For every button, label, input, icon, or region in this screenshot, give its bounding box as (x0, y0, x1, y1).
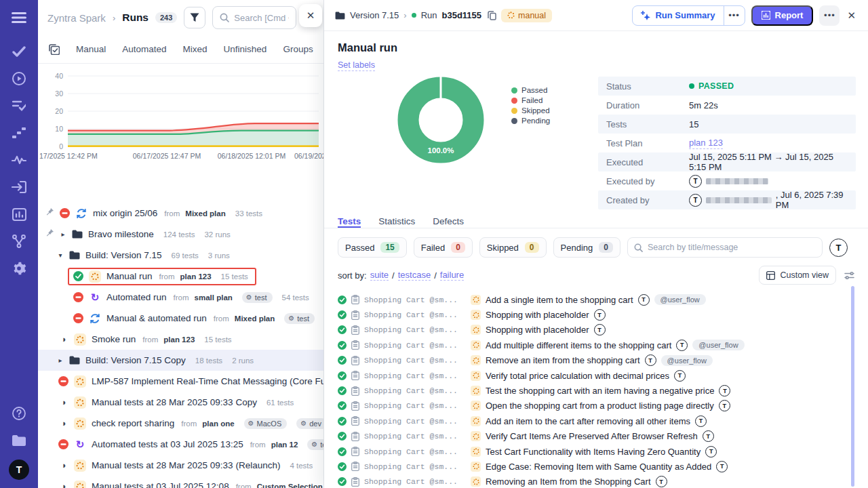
select-all-icon[interactable] (49, 44, 60, 55)
sort-testcase-link[interactable]: testcase (398, 270, 431, 281)
test-title[interactable]: Test the shopping cart with an item havi… (486, 386, 714, 396)
gear-icon[interactable] (11, 260, 27, 277)
run-plan[interactable]: Mixed plan (235, 314, 275, 323)
run-row-manual-tests-copy[interactable]: ◑ Manual tests at 28 Mar 2025 09:33 Copy… (38, 392, 323, 413)
run-row-manual-tests-custom[interactable]: ◑ Manual tests at 03 Jul 2025 12:08 from… (38, 476, 323, 488)
menu-icon[interactable] (11, 9, 27, 26)
test-title[interactable]: Edge Case: Removing Item with Same Quant… (486, 462, 711, 472)
test-title[interactable]: Add a single item to the shopping cart (486, 295, 633, 305)
test-title[interactable]: Removing an Item from the Shopping Cart (486, 476, 651, 487)
tab-unfinished[interactable]: Unfinished (224, 44, 267, 54)
sliders-icon[interactable] (844, 271, 854, 280)
test-row[interactable]: Shopping Cart @sm... Test Cart Functiona… (338, 444, 854, 459)
test-title[interactable]: Add an item to the cart after removing a… (486, 416, 690, 426)
test-row[interactable]: Shopping Cart @sm... Verify total price … (338, 368, 854, 383)
test-row[interactable]: Shopping Cart @sm... Verify Cart Items A… (338, 429, 854, 444)
tab-mixed[interactable]: Mixed (183, 44, 208, 54)
sort-suite-link[interactable]: suite (370, 270, 389, 281)
test-row[interactable]: Shopping Cart @sm... Add a single item t… (338, 292, 854, 307)
branch-icon[interactable] (11, 233, 27, 249)
test-row[interactable]: Shopping Cart @sm... Open the shopping c… (338, 399, 854, 413)
test-row[interactable]: Shopping Cart @sm... Edge Case: Removing… (338, 459, 854, 474)
filter-chip-passed[interactable]: Passed15 (338, 237, 407, 258)
tab-defects[interactable]: Defects (433, 216, 464, 228)
crumb-folder-name[interactable]: Version 7.15 (350, 10, 399, 20)
report-button[interactable]: Report (751, 5, 814, 26)
run-plan[interactable]: Mixed plan (185, 209, 225, 218)
test-row[interactable]: Shopping Cart @sm... Add an item to the … (338, 413, 854, 428)
run-row-mix-origin[interactable]: mix origin 25/06 from Mixed plan 33 test… (38, 203, 323, 224)
runs-search[interactable] (212, 6, 296, 29)
test-title[interactable]: Verify total price calculation with deci… (486, 371, 669, 381)
run-row-automated-run[interactable]: ↻ Automated run from small plan ⚙test 54… (38, 287, 323, 308)
chevron-right-icon[interactable]: ▸ (60, 230, 66, 238)
breadcrumb-project[interactable]: Zyntra Spark (47, 12, 106, 24)
run-row-smoke-run[interactable]: ◑ Smoke run from plan 123 15 tests (38, 329, 323, 350)
custom-view-button[interactable]: Custom view (759, 266, 836, 285)
filter-chip-failed[interactable]: Failed0 (414, 237, 473, 258)
test-row[interactable]: Shopping Cart @sm... Remove an item from… (338, 353, 854, 368)
test-plan-link[interactable]: plan 123 (689, 138, 723, 149)
test-row[interactable]: Shopping Cart @sm... Test the shopping c… (338, 383, 854, 398)
run-group-build-715-copy[interactable]: ▸ Build: Version 7.15 Copy 18 tests 2 ru… (38, 350, 323, 371)
chevron-down-icon[interactable]: ▾ (57, 251, 64, 259)
assignee-filter-avatar[interactable]: T (829, 239, 848, 257)
test-title[interactable]: Shopping with placeholder (486, 310, 589, 320)
run-plan[interactable]: small plan (195, 293, 233, 302)
tab-statistics[interactable]: Statistics (378, 216, 415, 228)
sign-in-icon[interactable] (11, 179, 27, 195)
run-plan[interactable]: Custom Selection (257, 483, 323, 488)
bar-chart-icon[interactable] (11, 206, 27, 222)
test-title[interactable]: Test Cart Functionality with Items Havin… (486, 447, 701, 457)
test-row[interactable]: Shopping Cart @sm... Shopping with place… (338, 323, 854, 338)
test-row[interactable]: Shopping Cart @sm... Shopping with place… (338, 307, 854, 322)
run-row-automated-tests[interactable]: ↻ Automated tests at 03 Jul 2025 13:25 f… (38, 434, 323, 455)
detail-close-button[interactable]: ✕ (846, 9, 857, 22)
run-row-lmp-587[interactable]: LMP-587 Implement Real-Time Chat Messagi… (38, 371, 323, 392)
test-row[interactable]: Shopping Cart @sm... Removing an Item fr… (338, 474, 854, 488)
filter-button[interactable] (184, 7, 205, 28)
run-summary-more-button[interactable]: ••• (724, 6, 745, 25)
tests-search[interactable] (627, 237, 823, 258)
play-circle-icon[interactable] (11, 70, 27, 87)
test-title[interactable]: Verify Cart Items Are Preserved After Br… (486, 431, 698, 441)
tab-manual[interactable]: Manual (76, 44, 106, 54)
tab-automated[interactable]: Automated (122, 44, 166, 54)
folder-icon[interactable] (11, 432, 27, 449)
test-title[interactable]: Remove an item from the shopping cart (486, 355, 640, 365)
filter-chip-pending[interactable]: Pending0 (553, 237, 620, 258)
test-row[interactable]: Shopping Cart @sm... Add multiple differ… (338, 338, 854, 352)
run-plan[interactable]: plan 123 (180, 272, 212, 281)
run-summary-button[interactable]: Run Summary (633, 6, 723, 25)
tab-groups[interactable]: Groups (283, 44, 313, 54)
more-options-button[interactable]: ••• (819, 5, 840, 26)
help-icon[interactable] (11, 405, 27, 422)
run-row-manual-automated[interactable]: Manual & automated run from Mixed plan ⚙… (38, 308, 323, 329)
test-title[interactable]: Add multiple different items to the shop… (486, 340, 671, 350)
list-check-icon[interactable] (11, 98, 27, 114)
user-avatar[interactable]: T (9, 460, 29, 480)
filter-chip-skipped[interactable]: Skipped0 (479, 237, 547, 258)
test-title[interactable]: Open the shopping cart from a product li… (486, 401, 714, 411)
set-labels-link[interactable]: Set labels (338, 60, 375, 71)
run-plan[interactable]: plan 123 (163, 336, 195, 344)
runs-search-input[interactable] (234, 13, 289, 23)
run-row-manual-tests-relaunch[interactable]: ◑ Manual tests at 28 Mar 2025 09:33 (Rel… (38, 455, 323, 476)
steps-icon[interactable] (11, 125, 27, 141)
run-row-manual-run-selected[interactable]: Manual run from plan 123 15 tests (38, 266, 323, 287)
tests-scrollbar[interactable] (851, 286, 854, 487)
run-group-build-715[interactable]: ▾ Build: Version 7.15 69 tests 3 runs (38, 245, 323, 266)
panel-close-button[interactable]: ✕ (299, 4, 322, 27)
test-title[interactable]: Shopping with placeholder (486, 325, 589, 335)
run-plan[interactable]: plan 12 (271, 441, 298, 449)
tab-tests[interactable]: Tests (338, 216, 361, 228)
chevron-right-icon[interactable]: ▸ (57, 357, 64, 364)
pulse-icon[interactable] (11, 152, 27, 168)
run-plan[interactable]: plan one (202, 420, 234, 428)
tests-search-input[interactable] (648, 243, 816, 252)
run-row-check-report-sharing[interactable]: ◑ check report sharing from plan one ⚙Ma… (38, 413, 323, 434)
check-icon[interactable] (11, 43, 27, 60)
sort-failure-link[interactable]: failure (440, 270, 464, 281)
run-group-bravo[interactable]: ▸ Bravo milestone 124 tests 32 runs (38, 224, 323, 245)
copy-icon[interactable] (488, 11, 496, 20)
